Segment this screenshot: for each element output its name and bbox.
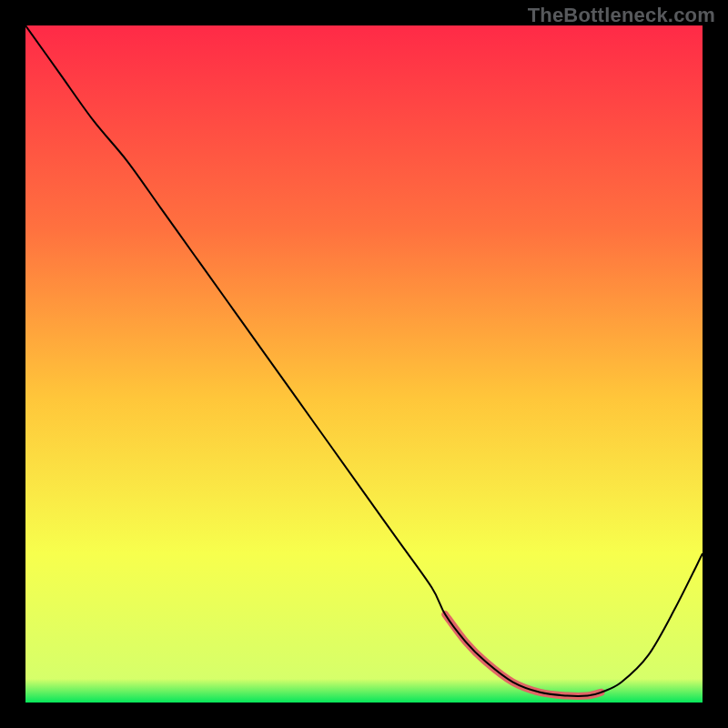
watermark-text: TheBottleneck.com bbox=[528, 4, 715, 27]
bottleneck-chart bbox=[25, 25, 703, 703]
gradient-background bbox=[25, 25, 703, 703]
